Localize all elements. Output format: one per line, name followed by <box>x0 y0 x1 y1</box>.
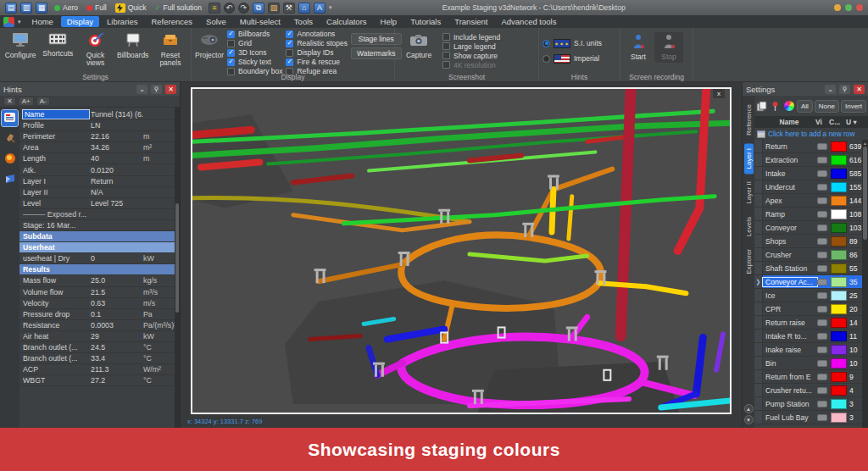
ribbon-button-reset-panels[interactable]: Reset panels <box>153 30 187 72</box>
radio-imperial[interactable]: Imperial <box>542 53 616 64</box>
layer-row-pump-station[interactable]: Pump Station3 <box>754 397 868 411</box>
layer-row-cpr[interactable]: CPR20 <box>754 302 868 316</box>
visibility-toggle-icon[interactable] <box>817 360 827 367</box>
visibility-toggle-icon[interactable] <box>817 387 827 394</box>
visibility-toggle-icon[interactable] <box>817 252 827 258</box>
recording-start-button[interactable]: Start <box>624 32 653 63</box>
tab-references[interactable]: References <box>145 16 198 27</box>
visibility-toggle-icon[interactable] <box>817 143 827 150</box>
color-swatch[interactable] <box>831 345 847 355</box>
toolbar-caret-icon[interactable]: ▾ <box>329 4 332 11</box>
copy-layers-icon[interactable] <box>756 100 768 113</box>
radio-s-i-units[interactable]: ✶✶✶S.I. units <box>542 38 616 49</box>
color-swatch[interactable] <box>831 169 847 179</box>
hints-row-velocity[interactable]: Velocity0.63m/s <box>19 298 180 309</box>
ribbon-button-configure[interactable]: Configure <box>3 30 37 72</box>
layer-row-fuel-lub-bay[interactable]: Fuel Lub Bay3 <box>754 411 868 424</box>
visibility-toggle-icon[interactable] <box>817 265 827 272</box>
visibility-toggle-icon[interactable] <box>817 238 827 245</box>
hints-section-results[interactable]: Results <box>19 264 180 275</box>
hints-section-userheat[interactable]: Userheat <box>19 242 180 253</box>
open-file-icon[interactable]: ▥ <box>20 3 32 14</box>
hints-row-branch-outlet-[interactable]: Branch outlet (...24.5°C <box>19 342 180 353</box>
vertical-tab-layer-i[interactable]: Layer I <box>744 143 754 174</box>
tunnel-properties-icon[interactable] <box>2 110 18 126</box>
app-logo-icon[interactable] <box>3 17 14 27</box>
redo-icon[interactable]: ↷ <box>238 3 249 14</box>
layer-row-apex[interactable]: Apex144 <box>754 194 868 208</box>
layer-row-conveyor[interactable]: Conveyor103 <box>754 221 868 235</box>
column-color[interactable]: C... <box>829 118 846 126</box>
new-file-icon[interactable]: ▤ <box>5 3 17 14</box>
close-button[interactable] <box>856 4 863 11</box>
checkbox-large-legend[interactable]: Large legend <box>442 42 500 51</box>
tabs-scroll-down-icon[interactable]: ▼ <box>744 415 754 424</box>
layer-row-return[interactable]: Return639 <box>754 140 868 153</box>
visibility-toggle-icon[interactable] <box>817 414 827 421</box>
color-swatch[interactable] <box>831 277 847 287</box>
color-swatch[interactable] <box>831 304 847 314</box>
tab-tutorials[interactable]: Tutorials <box>404 16 447 27</box>
color-swatch[interactable] <box>831 236 847 247</box>
visibility-toggle-icon[interactable] <box>817 346 827 353</box>
hints-row-profile[interactable]: ProfileLN <box>19 120 180 131</box>
color-swatch[interactable] <box>831 331 847 341</box>
hints-close-icon[interactable]: ✕ <box>165 85 176 94</box>
layer-row-crusher-retu-[interactable]: Crusher retu...4 <box>754 384 868 397</box>
layer-row-ice[interactable]: Ice25 <box>754 289 868 302</box>
ribbon-button-billboards[interactable]: Billboards <box>116 30 150 72</box>
column-usage[interactable]: U ▾ <box>846 118 868 126</box>
vertical-tab-explorer[interactable]: Explorer <box>744 244 754 280</box>
tab-solve[interactable]: Solve <box>200 16 232 27</box>
checkbox-3d-icons[interactable]: ✓3D Icons <box>227 48 282 57</box>
visibility-toggle-icon[interactable] <box>817 211 827 218</box>
viewport-3d[interactable]: x <box>191 87 732 414</box>
checkbox-realistic-stopes[interactable]: ✓Realistic stopes <box>286 39 348 47</box>
hints-collapse-icon[interactable]: ⌄ <box>136 85 147 94</box>
hints-row-level[interactable]: LevelLevel 725 <box>19 198 180 209</box>
hand-tool-icon[interactable] <box>2 130 18 147</box>
layer-row-shaft-station[interactable]: Shaft Station55 <box>754 262 868 275</box>
add-new-row-link[interactable]: Click here to add a new row <box>754 128 868 140</box>
hints-row-layer-i[interactable]: Layer IReturn <box>19 176 180 187</box>
solution-button-quick[interactable]: Quick <box>112 3 150 14</box>
layer-row-extraction[interactable]: Extraction616 <box>754 153 868 167</box>
settings-pin-icon[interactable]: ⚲ <box>839 85 850 94</box>
visibility-toggle-icon[interactable] <box>817 401 827 407</box>
tab-advanced-tools[interactable]: Advanced tools <box>495 16 562 27</box>
undo-icon[interactable]: ↶ <box>224 3 235 14</box>
tab-home[interactable]: Home <box>26 16 59 27</box>
layer-row-undercut[interactable]: Undercut155 <box>754 180 868 194</box>
layer-row-return-from-e[interactable]: Return from E9 <box>754 370 868 384</box>
checkbox-sticky-text[interactable]: ✓Sticky text <box>227 58 282 66</box>
folder-icon[interactable]: ▨ <box>268 3 280 14</box>
select-none-button[interactable]: None <box>815 100 839 113</box>
visibility-toggle-icon[interactable] <box>817 224 827 231</box>
hints-row-area[interactable]: Area34.26m² <box>19 142 180 153</box>
tab-transient[interactable]: Transient <box>448 16 493 27</box>
settings-close-icon[interactable]: ✕ <box>854 85 865 94</box>
hints-pin-icon[interactable]: ⚲ <box>151 85 162 94</box>
solution-button-full[interactable]: Full <box>83 3 110 14</box>
hints-row-pressure-drop[interactable]: Pressure drop0.1Pa <box>19 309 180 320</box>
color-swatch[interactable] <box>831 358 847 368</box>
layer-row-intake-r-to-[interactable]: Intake R to...11 <box>754 330 868 343</box>
color-swatch[interactable] <box>831 385 847 396</box>
viewport-close-icon[interactable]: x <box>713 89 725 98</box>
color-swatch[interactable] <box>831 318 847 328</box>
hints-row-mass-flow[interactable]: Mass flow25.0kg/s <box>19 275 180 286</box>
color-swatch[interactable] <box>831 155 847 165</box>
checkbox-4k-resolution[interactable]: 4K resolution <box>442 61 500 69</box>
color-swatch[interactable] <box>831 223 847 233</box>
tab-calculators[interactable]: Calculators <box>320 16 373 27</box>
visibility-toggle-icon[interactable] <box>817 197 827 204</box>
checkbox-billboards[interactable]: ✓Billboards <box>227 30 282 38</box>
select-invert-button[interactable]: Invert <box>841 100 866 113</box>
layer-row-conveyor-ac-[interactable]: ❯Conveyor Ac...35 <box>754 275 868 289</box>
translate-icon[interactable]: A <box>314 3 326 14</box>
fan-icon[interactable] <box>2 171 18 187</box>
home-icon[interactable]: ⌂ <box>298 3 310 14</box>
color-swatch[interactable] <box>831 413 847 423</box>
hints-row-volume-flow[interactable]: Volume flow21.5m³/s <box>19 287 180 298</box>
visibility-toggle-icon[interactable] <box>817 319 827 326</box>
